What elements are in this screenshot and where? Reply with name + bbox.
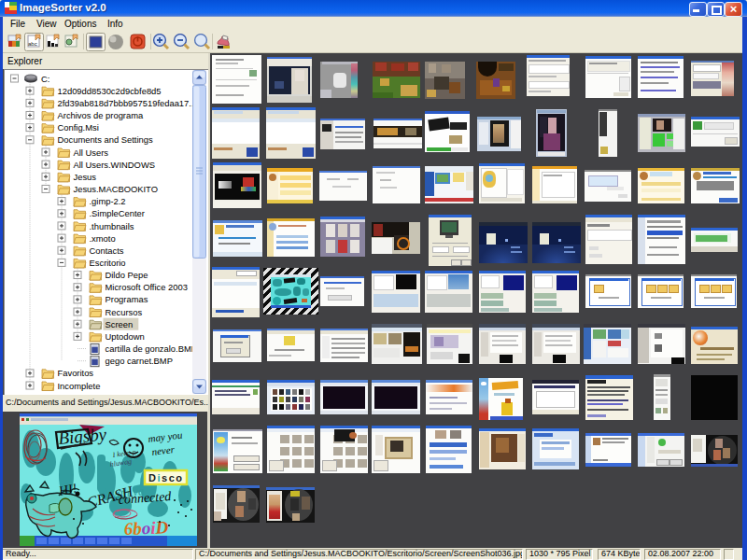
svg-text:Favoritos: Favoritos	[58, 368, 94, 378]
svg-text:cartilla de gonzalo.BMP: cartilla de gonzalo.BMP	[106, 343, 193, 354]
svg-text:Screen: Screen	[106, 319, 134, 329]
svg-text:Config.Msi: Config.Msi	[58, 122, 99, 133]
svg-text:All Users.WINDOWS: All Users.WINDOWS	[74, 160, 156, 170]
svg-text:6boiD: 6boiD	[123, 517, 168, 539]
svg-text:Contacts: Contacts	[90, 245, 124, 256]
svg-text:Incomplete: Incomplete	[58, 381, 101, 391]
svg-text:abc: abc	[28, 41, 37, 47]
svg-text:Uptodown: Uptodown	[106, 331, 145, 342]
svg-text:Documents and Settings: Documents and Settings	[58, 134, 153, 145]
svg-text:.gimp-2.2: .gimp-2.2	[90, 196, 126, 206]
svg-text:Dildo Pepe: Dildo Pepe	[106, 270, 148, 280]
svg-text:Recursos: Recursos	[106, 307, 143, 317]
svg-text:Microsoft Office 2003: Microsoft Office 2003	[106, 282, 188, 292]
svg-text:.SimpleCenter: .SimpleCenter	[90, 208, 145, 218]
svg-text:gego carnet.BMP: gego carnet.BMP	[106, 356, 173, 366]
svg-text:Disco: Disco	[148, 472, 183, 483]
svg-text:2fd39ab818d7bbb957519fedaa17..: 2fd39ab818d7bbb957519fedaa17...	[58, 98, 193, 108]
svg-text:Archivos de programa: Archivos de programa	[58, 110, 144, 120]
svg-text:Escritorio: Escritorio	[90, 258, 126, 268]
svg-text:12d09dd8530c2d9cbfe8d5: 12d09dd8530c2d9cbfe8d5	[58, 86, 162, 96]
svg-text:All Users: All Users	[74, 147, 109, 158]
svg-text:.thumbnails: .thumbnails	[90, 221, 134, 231]
svg-text:Jesus: Jesus	[74, 172, 97, 182]
svg-text:Programas: Programas	[106, 294, 148, 304]
svg-text:C:: C:	[41, 74, 49, 84]
svg-text:Jesus.MACBOOKITO: Jesus.MACBOOKITO	[74, 184, 158, 194]
svg-text:.xmoto: .xmoto	[90, 233, 116, 244]
